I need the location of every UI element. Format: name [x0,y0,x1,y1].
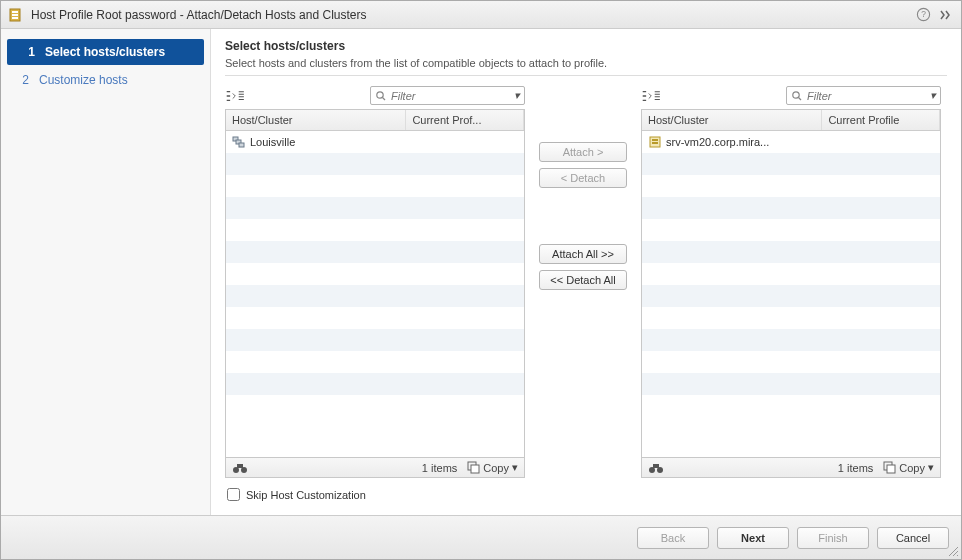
attached-table-header: Host/Cluster Current Profile [642,110,940,131]
col-current-profile[interactable]: Current Profile [822,110,940,130]
list-view-icon[interactable] [641,89,665,103]
table-row[interactable]: Louisville [226,131,524,153]
available-table: Host/Cluster Current Prof... Louisville [225,109,525,458]
cluster-icon [232,135,246,149]
back-button[interactable]: Back [637,527,709,549]
svg-rect-15 [471,465,479,473]
host-cluster-cell: Louisville [226,132,407,152]
profile-cell [823,139,940,145]
search-icon [791,90,803,102]
available-table-header: Host/Cluster Current Prof... [226,110,524,131]
svg-rect-13 [237,464,243,468]
binoculars-icon[interactable] [648,462,664,474]
available-filter[interactable]: ▾ [370,86,525,105]
chevron-down-icon: ▾ [928,461,934,474]
binoculars-icon[interactable] [232,462,248,474]
step-select-hosts[interactable]: 1 Select hosts/clusters [7,39,204,65]
skip-customization-checkbox[interactable] [227,488,240,501]
svg-point-6 [377,91,383,97]
svg-rect-19 [652,139,658,141]
attached-panel: ▾ Host/Cluster Current Profile [641,86,941,478]
resize-grip-icon[interactable] [947,545,959,557]
copy-button[interactable]: Copy ▾ [467,461,518,474]
divider [225,75,947,76]
attached-table-body: srv-vm20.corp.mira... [642,131,940,457]
attached-filter-input[interactable] [807,90,926,102]
available-filter-input[interactable] [391,90,510,102]
copy-label: Copy [483,462,509,474]
row-name: srv-vm20.corp.mira... [666,136,769,148]
chevron-down-icon: ▾ [512,461,518,474]
step-customize-hosts[interactable]: 2 Customize hosts [1,67,210,93]
available-table-body: Louisville [226,131,524,457]
svg-text:?: ? [921,9,926,19]
search-icon [375,90,387,102]
finish-button[interactable]: Finish [797,527,869,549]
available-footer: 1 items Copy ▾ [225,458,525,478]
dialog-window: Host Profile Root password - Attach/Deta… [0,0,962,560]
svg-rect-2 [12,14,18,16]
svg-rect-20 [652,142,658,144]
window-title: Host Profile Root password - Attach/Deta… [31,8,909,22]
attach-button[interactable]: Attach > [539,142,627,162]
attach-all-button[interactable]: Attach All >> [539,244,627,264]
available-toolbar: ▾ [225,86,525,105]
page-subtitle: Select hosts and clusters from the list … [225,57,947,69]
attached-footer: 1 items Copy ▾ [641,458,941,478]
svg-rect-10 [239,143,244,147]
svg-point-16 [793,91,799,97]
detach-all-button[interactable]: << Detach All [539,270,627,290]
dialog-body: 1 Select hosts/clusters 2 Customize host… [1,29,961,515]
svg-rect-1 [12,11,18,13]
svg-line-7 [383,97,386,100]
page-heading: Select hosts/clusters [225,39,947,53]
step-label: Customize hosts [39,73,128,87]
host-cluster-cell: srv-vm20.corp.mira... [642,132,823,152]
expand-icon[interactable] [937,7,953,23]
svg-line-17 [799,97,802,100]
step-number: 1 [19,45,35,59]
copy-label: Copy [899,462,925,474]
col-host-cluster[interactable]: Host/Cluster [226,110,406,130]
picker-row: ▾ Host/Cluster Current Prof... [225,86,947,478]
svg-rect-25 [887,465,895,473]
profile-cell [407,139,524,145]
wizard-footer: Back Next Finish Cancel [1,515,961,559]
content-area: Select hosts/clusters Select hosts and c… [211,29,961,515]
skip-customization-label: Skip Host Customization [246,489,366,501]
svg-rect-3 [12,17,18,19]
step-number: 2 [13,73,29,87]
chevron-down-icon[interactable]: ▾ [514,89,520,102]
title-bar: Host Profile Root password - Attach/Deta… [1,1,961,29]
attached-filter[interactable]: ▾ [786,86,941,105]
items-count: 1 items [422,462,457,474]
transfer-buttons: Attach > < Detach Attach All >> << Detac… [525,86,641,478]
list-view-icon[interactable] [225,89,249,103]
skip-customization-row: Skip Host Customization [225,478,947,515]
col-current-profile[interactable]: Current Prof... [406,110,524,130]
available-panel: ▾ Host/Cluster Current Prof... [225,86,525,478]
items-count: 1 items [838,462,873,474]
help-icon[interactable]: ? [915,7,931,23]
chevron-down-icon[interactable]: ▾ [930,89,936,102]
wizard-steps: 1 Select hosts/clusters 2 Customize host… [1,29,211,515]
row-name: Louisville [250,136,295,148]
host-icon [648,135,662,149]
host-profile-icon [9,7,25,23]
attached-toolbar: ▾ [641,86,941,105]
detach-button[interactable]: < Detach [539,168,627,188]
copy-button[interactable]: Copy ▾ [883,461,934,474]
table-row[interactable]: srv-vm20.corp.mira... [642,131,940,153]
col-host-cluster[interactable]: Host/Cluster [642,110,822,130]
svg-rect-23 [653,464,659,468]
step-label: Select hosts/clusters [45,45,165,59]
next-button[interactable]: Next [717,527,789,549]
svg-line-28 [957,555,958,556]
attached-table: Host/Cluster Current Profile srv-vm20.co… [641,109,941,458]
cancel-button[interactable]: Cancel [877,527,949,549]
svg-line-26 [949,547,958,556]
